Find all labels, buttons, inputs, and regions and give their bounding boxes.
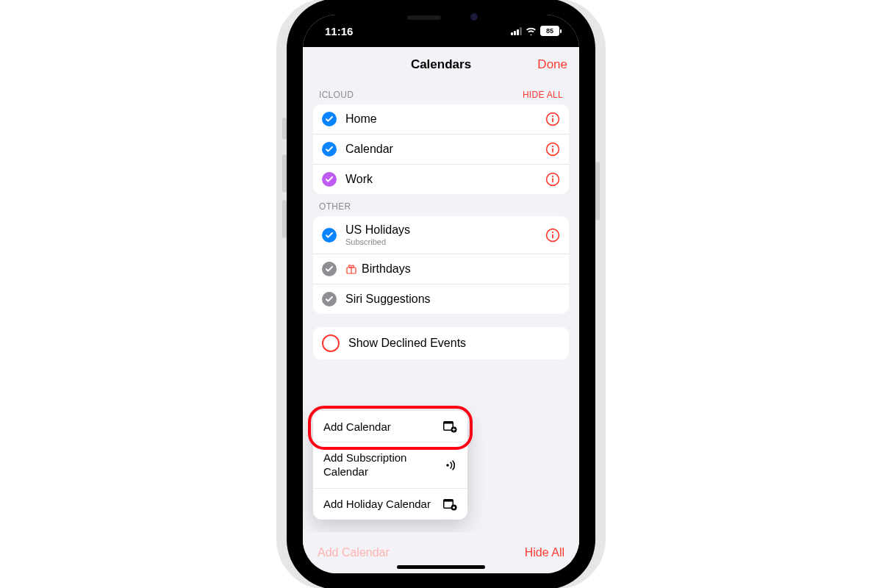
checkmark-icon[interactable] [322, 172, 337, 187]
screen: 11:16 85 Calendars Done [303, 15, 579, 573]
content-scroll[interactable]: ICLOUD HIDE ALL Home Calendar [303, 82, 579, 532]
hide-all-icloud-button[interactable]: HIDE ALL [523, 90, 563, 100]
section-label: ICLOUD [319, 90, 354, 100]
popup-item-label: Add Calendar [323, 420, 391, 433]
svg-rect-8 [552, 179, 553, 183]
svg-point-4 [552, 146, 553, 147]
mute-switch [282, 118, 287, 140]
info-icon[interactable] [545, 172, 560, 187]
volume-up-button [282, 154, 287, 193]
status-time: 11:16 [325, 25, 353, 37]
calendar-label: Birthdays [362, 262, 560, 276]
checkmark-icon[interactable] [322, 292, 337, 306]
notch [375, 7, 507, 28]
phone-frame: 11:16 85 Calendars Done [295, 7, 587, 581]
checkmark-icon[interactable] [322, 262, 337, 276]
calendar-row-siri[interactable]: Siri Suggestions [313, 284, 569, 314]
info-icon[interactable] [545, 228, 560, 243]
calendar-row-calendar[interactable]: Calendar [313, 134, 569, 164]
icloud-group: Home Calendar Work [313, 104, 569, 194]
power-button [595, 162, 600, 220]
unchecked-circle-icon[interactable] [322, 334, 340, 352]
page-title: Calendars [411, 57, 471, 72]
popup-item-label: Add Holiday Calendar [323, 498, 431, 510]
svg-rect-5 [552, 148, 553, 153]
calendar-label-block: US Holidays Subscribed [345, 223, 545, 246]
popup-add-holiday[interactable]: Add Holiday Calendar [313, 488, 467, 520]
info-icon[interactable] [545, 142, 560, 157]
status-right: 85 [511, 26, 562, 36]
calendars-sheet: Calendars Done ICLOUD HIDE ALL Home [303, 47, 579, 573]
other-group: US Holidays Subscribed Birthdays [313, 216, 569, 314]
show-declined-row[interactable]: Show Declined Events [313, 327, 569, 359]
add-calendar-popup: Add Calendar Add Subscription Calendar A… [313, 411, 467, 520]
broadcast-icon [442, 459, 457, 472]
popup-zone: Add Calendar Add Subscription Calendar A… [313, 411, 569, 520]
popup-add-subscription[interactable]: Add Subscription Calendar [313, 442, 467, 488]
battery-icon: 85 [540, 26, 562, 36]
calendar-row-work[interactable]: Work [313, 164, 569, 194]
sheet-header: Calendars Done [303, 47, 579, 82]
battery-level: 85 [546, 27, 553, 35]
calendar-sublabel: Subscribed [345, 237, 545, 246]
svg-point-10 [552, 232, 553, 233]
calendar-row-birthdays[interactable]: Birthdays [313, 254, 569, 284]
svg-point-1 [552, 115, 553, 117]
popup-add-calendar[interactable]: Add Calendar [313, 411, 467, 442]
checkmark-icon[interactable] [322, 142, 337, 157]
calendar-label: Siri Suggestions [345, 293, 560, 306]
calendar-label: Work [345, 173, 545, 186]
section-header-icloud: ICLOUD HIDE ALL [313, 82, 569, 104]
section-label: OTHER [319, 201, 351, 212]
done-button[interactable]: Done [537, 47, 567, 82]
checkmark-icon[interactable] [322, 112, 337, 126]
home-indicator[interactable] [397, 565, 485, 569]
gift-icon [345, 263, 357, 275]
svg-rect-2 [552, 118, 553, 123]
info-icon[interactable] [545, 112, 560, 126]
declined-group: Show Declined Events [313, 327, 569, 359]
calendar-label: US Holidays [345, 223, 545, 237]
svg-point-21 [453, 506, 455, 509]
calendar-row-home[interactable]: Home [313, 104, 569, 134]
calendar-row-us-holidays[interactable]: US Holidays Subscribed [313, 216, 569, 254]
hide-all-button[interactable]: Hide All [525, 546, 564, 559]
calendar-label: Calendar [345, 143, 545, 156]
cellular-signal-icon [511, 27, 522, 35]
checkmark-icon[interactable] [322, 228, 337, 243]
add-calendar-button[interactable]: Add Calendar [318, 546, 390, 559]
calendar-holiday-icon [442, 498, 457, 511]
svg-rect-11 [552, 234, 553, 238]
calendar-label: Home [345, 112, 545, 126]
section-header-other: OTHER [313, 194, 569, 216]
declined-label: Show Declined Events [348, 337, 560, 350]
svg-point-7 [552, 176, 553, 177]
svg-point-17 [446, 464, 449, 467]
wifi-icon [526, 27, 537, 35]
calendar-add-icon [442, 420, 457, 433]
volume-down-button [282, 200, 287, 238]
popup-item-label: Add Subscription Calendar [323, 451, 426, 479]
